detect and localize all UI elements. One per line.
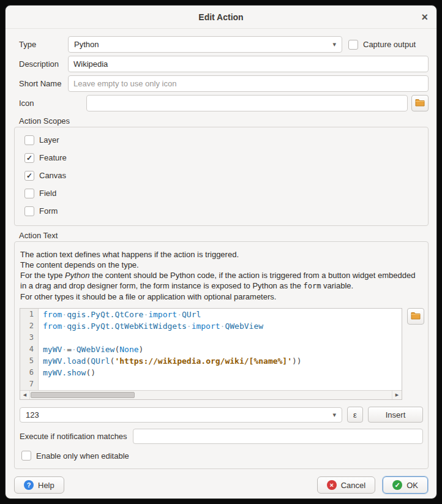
line-number: 2: [20, 320, 39, 332]
notification-row: Execute if notification matches: [20, 429, 423, 444]
close-icon[interactable]: ×: [421, 12, 428, 23]
chevron-down-icon: ▾: [332, 40, 336, 48]
code-line[interactable]: 6myWV.show(): [20, 367, 402, 378]
description-label: Description: [19, 59, 68, 69]
ok-button-label: OK: [406, 481, 418, 490]
notification-label: Execute if notification matches: [20, 432, 127, 441]
scrollbar-thumb[interactable]: [31, 392, 135, 398]
help-icon: ?: [24, 480, 34, 490]
action-text-help: The action text defines what happens if …: [20, 249, 423, 302]
line-number: 1: [20, 309, 39, 320]
scroll-left-icon[interactable]: ◀: [20, 391, 30, 399]
short-name-label: Short Name: [19, 79, 68, 88]
scope-label: Canvas: [39, 171, 66, 180]
scope-label: Field: [39, 189, 56, 198]
scope-checkbox-layer[interactable]: Layer: [24, 135, 418, 145]
type-combobox[interactable]: Python ▾: [68, 36, 342, 53]
scope-checkbox-form[interactable]: Form: [24, 206, 418, 216]
code-line[interactable]: 7: [20, 378, 402, 390]
scope-checkbox-feature[interactable]: Feature: [24, 152, 418, 163]
code-editor[interactable]: 1from·qgis.PyQt.QtCore·import·QUrl2from·…: [20, 308, 402, 400]
short-name-row: Short Name: [19, 75, 429, 92]
code-line[interactable]: 4myWV·=·QWebView(None): [20, 344, 402, 355]
help-button-label: Help: [38, 481, 54, 490]
folder-icon: [411, 311, 421, 322]
checkbox-icon: [24, 153, 34, 163]
edit-action-dialog: Edit Action × Type Python ▾ Capture outp…: [5, 5, 437, 499]
type-row: Type Python ▾ Capture output: [19, 36, 429, 53]
code-line[interactable]: 1from·qgis.PyQt.QtCore·import·QUrl: [20, 309, 402, 320]
action-scopes-title: Action Scopes: [19, 116, 429, 126]
scope-label: Feature: [39, 153, 67, 162]
notification-input[interactable]: [133, 429, 423, 444]
code-file-browse-button[interactable]: [407, 308, 424, 325]
expression-builder-button[interactable]: ε: [347, 407, 363, 423]
cancel-button[interactable]: × Cancel: [317, 476, 375, 494]
capture-output-label: Capture output: [363, 40, 416, 49]
enable-editable-checkbox[interactable]: Enable only when editable: [21, 451, 129, 461]
icon-row: Icon: [19, 95, 429, 111]
folder-icon: [415, 98, 425, 108]
checkbox-icon: [24, 171, 34, 181]
action-text-title: Action Text: [19, 231, 429, 240]
icon-browse-button[interactable]: [411, 95, 429, 111]
action-text-group: The action text defines what happens if …: [14, 241, 429, 469]
line-number: 7: [20, 378, 39, 390]
scroll-right-icon[interactable]: ▶: [392, 391, 402, 399]
code-editor-area: 1from·qgis.PyQt.QtCore·import·QUrl2from·…: [20, 308, 423, 400]
checkbox-icon: [348, 40, 358, 50]
checkbox-icon: [21, 451, 31, 461]
chevron-down-icon: ▾: [332, 411, 336, 419]
description-input[interactable]: [68, 56, 429, 72]
scope-label: Form: [39, 206, 58, 216]
icon-path-input[interactable]: [86, 95, 408, 111]
horizontal-scrollbar[interactable]: ◀ ▶: [20, 390, 402, 399]
dialog-title: Edit Action: [198, 12, 243, 22]
line-number: 6: [20, 367, 39, 378]
action-scopes-group: LayerFeatureCanvasFieldForm: [14, 127, 429, 226]
capture-output-checkbox[interactable]: Capture output: [348, 40, 416, 50]
enable-editable-label: Enable only when editable: [36, 451, 129, 461]
line-number: 5: [20, 355, 39, 367]
ok-icon: ✓: [392, 480, 402, 490]
line-number: 3: [20, 332, 39, 344]
code-line[interactable]: 3: [20, 332, 402, 344]
type-combobox-value: Python: [74, 40, 329, 49]
title-bar: Edit Action ×: [6, 6, 436, 29]
scope-checkbox-field[interactable]: Field: [24, 188, 418, 198]
code-line[interactable]: 5myWV.load(QUrl('https://wikipedia.org/w…: [20, 355, 402, 367]
icon-label: Icon: [19, 99, 86, 108]
type-label: Type: [19, 40, 68, 49]
insert-button[interactable]: Insert: [368, 407, 423, 423]
description-row: Description: [19, 56, 429, 72]
expression-row: 123 ▾ ε Insert: [20, 407, 423, 423]
scope-label: Layer: [39, 135, 59, 145]
expression-combobox-value: 123: [26, 410, 329, 419]
expression-combobox[interactable]: 123 ▾: [20, 407, 342, 423]
checkbox-icon: [24, 206, 34, 216]
code-line[interactable]: 2from·qgis.PyQt.QtWebKitWidgets·import·Q…: [20, 320, 402, 332]
scope-checkbox-canvas[interactable]: Canvas: [24, 170, 418, 181]
checkbox-icon: [24, 189, 34, 198]
cancel-button-label: Cancel: [341, 481, 365, 490]
cancel-icon: ×: [327, 480, 337, 490]
help-button[interactable]: ? Help: [14, 476, 64, 494]
code-lines: 1from·qgis.PyQt.QtCore·import·QUrl2from·…: [20, 309, 402, 390]
line-number: 4: [20, 344, 39, 355]
checkbox-icon: [24, 135, 34, 145]
ok-button[interactable]: ✓ OK: [383, 476, 428, 494]
footer: ? Help × Cancel ✓ OK: [6, 469, 436, 494]
short-name-input[interactable]: [68, 75, 429, 92]
